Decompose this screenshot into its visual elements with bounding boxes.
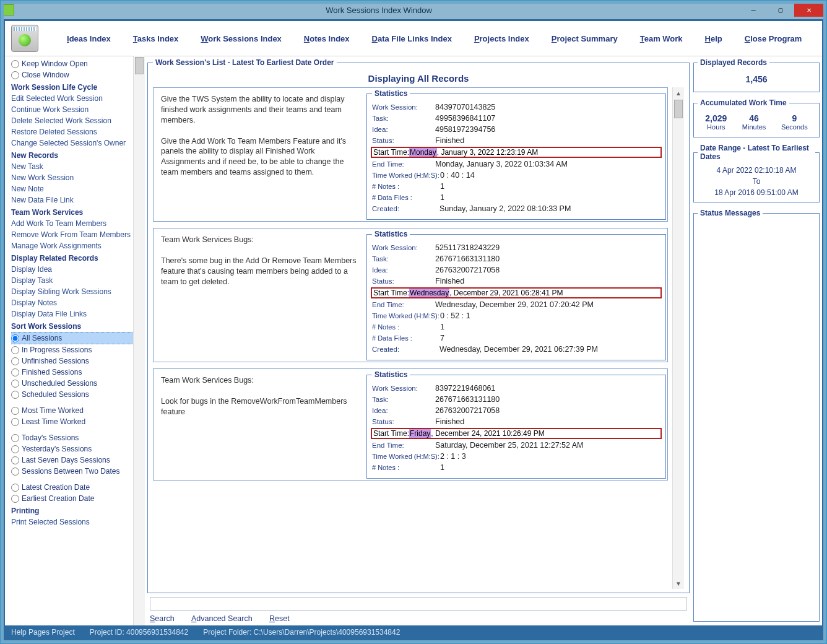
sort-option[interactable]: Last Seven Days Sessions (11, 455, 145, 466)
notes-count: 1 (435, 463, 444, 472)
heading-team-work-services: Team Work Services (11, 206, 145, 218)
sidebar-link[interactable]: Remove Work From Team Members (11, 229, 145, 240)
session-card[interactable]: Team Work Services Bugs:There's some bug… (153, 228, 668, 362)
sidebar-link[interactable]: Manage Work Assignments (11, 240, 145, 251)
sidebar-link[interactable]: Display Sibling Work Sessions (11, 286, 145, 297)
end-time: Monday, January 3, 2022 01:03:34 AM (435, 160, 568, 168)
notes-count: 1 (435, 323, 444, 331)
window-title: Work Sessions Index Window (18, 6, 740, 15)
sort-option[interactable]: Latest Creation Date (11, 482, 145, 493)
sidebar-link[interactable]: Add Work To Team Members (11, 218, 145, 229)
search-input[interactable] (150, 597, 687, 611)
menu-team-work[interactable]: Team Work (640, 34, 683, 43)
menu-ideas-index[interactable]: Ideas Index (67, 34, 111, 43)
status-value: Finished (435, 277, 464, 285)
session-card[interactable]: Give the TWS System the ability to locat… (153, 87, 668, 222)
sidebar-link[interactable]: Print Selected Sessions (11, 516, 145, 528)
session-description: Team Work Services Bugs:There's some bug… (154, 228, 366, 362)
minimize-button[interactable]: — (740, 4, 767, 16)
reset-link[interactable]: Reset (269, 614, 290, 623)
session-description: Give the TWS System the ability to locat… (154, 88, 366, 221)
menu-project-summary[interactable]: Project Summary (552, 34, 618, 43)
menu-data-file-links-index[interactable]: Data File Links Index (372, 34, 452, 43)
opt-keep-window-open[interactable]: Keep Window Open (11, 58, 145, 69)
acc-seconds: 9 (781, 113, 808, 123)
sort-option[interactable]: Least Time Worked (11, 416, 145, 427)
menu-help[interactable]: Help (705, 34, 722, 43)
status-value: Finished (435, 136, 464, 145)
sidebar: Keep Window Open Close Window Work Sessi… (5, 56, 145, 625)
sort-option[interactable]: All Sessions (11, 332, 145, 344)
work-session-id: 84397070143825 (435, 103, 495, 111)
sidebar-link[interactable]: Restore Deleted Sessions (11, 126, 145, 137)
session-card[interactable]: Team Work Services Bugs:Look for bugs in… (153, 368, 668, 481)
heading-new-records: New Records (11, 149, 145, 161)
sidebar-link[interactable]: Display Data File Links (11, 308, 145, 320)
scroll-up-icon[interactable]: ▲ (673, 87, 684, 98)
sort-option[interactable]: Unfinished Sessions (11, 355, 145, 367)
sidebar-link[interactable]: Display Notes (11, 297, 145, 308)
sidebar-link[interactable]: New Note (11, 183, 145, 194)
task-id: 267671663131180 (435, 395, 500, 404)
sort-option[interactable]: Today's Sessions (11, 432, 145, 443)
sidebar-link[interactable]: Edit Selected Work Session (11, 93, 145, 104)
date-range-from: 4 Apr 2022 02:10:18 AM (698, 165, 815, 176)
datafiles-count: 7 (435, 334, 444, 342)
sort-option[interactable]: Yesterday's Sessions (11, 443, 145, 455)
menubar: Ideas Index Tasks Index Work Sessions In… (5, 21, 822, 56)
list-legend: Work Session's List - Latest To Earliest… (153, 58, 337, 67)
advanced-search-link[interactable]: Advanced Search (191, 614, 253, 623)
time-worked: 0 : 40 : 14 (435, 171, 475, 180)
end-time: Wednesday, December 29, 2021 07:20:42 PM (435, 300, 594, 309)
sidebar-link[interactable]: New Data File Link (11, 194, 145, 206)
sidebar-link[interactable]: New Work Session (11, 172, 145, 183)
heading-life-cycle: Work Session Life Cycle (11, 80, 145, 93)
sidebar-link[interactable]: Change Selected Session's Owner (11, 137, 145, 149)
sort-option[interactable]: Finished Sessions (11, 367, 145, 378)
sort-option[interactable]: In Progress Sessions (11, 344, 145, 355)
sidebar-scrollbar[interactable] (133, 56, 145, 625)
sort-option[interactable]: Unscheduled Sessions (11, 378, 145, 389)
notes-count: 1 (435, 182, 444, 191)
search-link[interactable]: Search (150, 614, 175, 623)
sort-option[interactable]: Earliest Creation Date (11, 493, 145, 504)
menu-projects-index[interactable]: Projects Index (474, 34, 529, 43)
date-range-legend: Date Range - Latest To Earliest Dates (698, 144, 815, 161)
task-id: 267671663131180 (435, 255, 500, 263)
sort-option[interactable]: Most Time Worked (11, 405, 145, 416)
app-logo-icon (11, 25, 38, 52)
sort-option[interactable]: Sessions Between Two Dates (11, 466, 145, 477)
date-range-to: 18 Apr 2016 09:51:00 AM (698, 187, 815, 198)
maximize-button[interactable]: ▢ (767, 4, 794, 16)
sidebar-link[interactable]: New Task (11, 161, 145, 172)
session-description: Team Work Services Bugs:Look for bugs in… (154, 369, 366, 480)
sidebar-link[interactable]: Display Idea (11, 264, 145, 275)
menu-notes-index[interactable]: Notes Index (304, 34, 350, 43)
menu-close-program[interactable]: Close Program (745, 34, 802, 43)
menu-work-sessions-index[interactable]: Work Sessions Index (201, 34, 282, 43)
titlebar: Work Sessions Index Window — ▢ ✕ (1, 1, 826, 20)
work-session-id: 83972219468061 (435, 384, 495, 393)
displayed-records-legend: Displayed Records (698, 58, 769, 67)
records-scrollbar[interactable]: ▲ ▼ (672, 87, 684, 589)
opt-close-window[interactable]: Close Window (11, 69, 145, 80)
app-icon (3, 4, 14, 15)
sort-option[interactable]: Scheduled Sessions (11, 389, 145, 400)
work-session-id: 525117318243229 (435, 243, 500, 252)
status-project-name: Help Pages Project (11, 628, 75, 637)
sidebar-link[interactable]: Delete Selected Work Session (11, 115, 145, 126)
displayed-records-value: 1,456 (698, 71, 815, 88)
acc-hours: 2,029 (705, 113, 727, 123)
datafiles-count: 1 (435, 193, 444, 202)
displaying-label: Displaying All Records (153, 71, 684, 87)
sidebar-link[interactable]: Continue Work Session (11, 104, 145, 115)
close-button[interactable]: ✕ (794, 3, 824, 17)
idea-id: 267632007217058 (435, 406, 500, 415)
scroll-down-icon[interactable]: ▼ (673, 578, 684, 589)
heading-printing: Printing (11, 504, 145, 516)
menu-tasks-index[interactable]: Tasks Index (133, 34, 178, 43)
date-range-to-label: To (698, 176, 815, 187)
heading-sort: Sort Work Sessions (11, 320, 145, 332)
sidebar-link[interactable]: Display Task (11, 275, 145, 286)
task-id: 49958396841107 (435, 114, 495, 123)
